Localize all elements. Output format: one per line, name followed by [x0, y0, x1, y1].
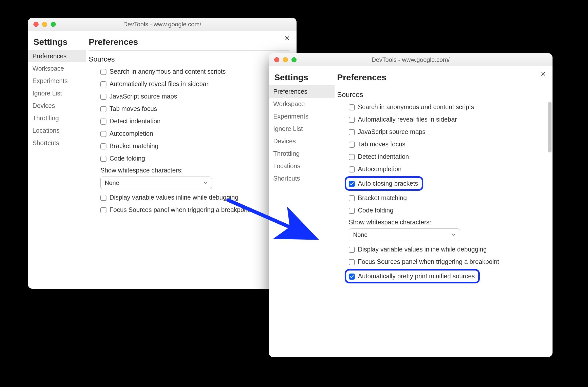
close-window-button[interactable] — [274, 57, 279, 62]
section-heading: Sources — [337, 89, 550, 101]
option-label: Tab moves focus — [109, 105, 157, 112]
scrollbar-thumb[interactable] — [548, 102, 552, 152]
checkbox[interactable] — [100, 131, 106, 137]
sidebar-item-preferences[interactable]: Preferences — [28, 50, 86, 62]
window-traffic-lights — [28, 22, 56, 27]
checkbox[interactable] — [349, 259, 355, 265]
checkbox[interactable] — [349, 166, 355, 172]
checkbox[interactable] — [100, 119, 106, 125]
zoom-window-button[interactable] — [51, 22, 56, 27]
minimize-window-button[interactable] — [283, 57, 288, 62]
option-row: JavaScript source maps — [349, 126, 550, 138]
option-label: Autocompletion — [358, 165, 401, 173]
checkbox[interactable] — [100, 143, 106, 149]
checkbox[interactable] — [349, 181, 355, 187]
option-row: Tab moves focus — [100, 103, 295, 115]
settings-sidebar: Settings PreferencesWorkspaceExperiments… — [28, 31, 86, 289]
settings-sidebar: Settings PreferencesWorkspaceExperiments… — [269, 66, 335, 357]
select-label: Show whitespace characters: — [100, 167, 295, 177]
section-heading: Sources — [89, 54, 295, 65]
checkbox[interactable] — [349, 142, 355, 148]
sidebar-item-locations[interactable]: Locations — [269, 160, 335, 172]
window-titlebar: DevTools - www.google.com/ — [269, 53, 553, 66]
checkbox[interactable] — [349, 195, 355, 201]
settings-main: Preferences Sources Search in anonymous … — [86, 31, 297, 289]
whitespace-select[interactable]: None — [349, 228, 460, 241]
select-row: Show whitespace characters:None — [349, 217, 550, 243]
select-row: Show whitespace characters:None — [100, 165, 295, 191]
sidebar-item-preferences[interactable]: Preferences — [269, 85, 335, 98]
page-title: Preferences — [337, 70, 545, 86]
checkbox[interactable] — [100, 81, 106, 87]
option-label: JavaScript source maps — [358, 128, 426, 136]
devtools-window-after: DevTools - www.google.com/ Settings Pref… — [269, 53, 553, 357]
sidebar-item-devices[interactable]: Devices — [269, 135, 335, 147]
minimize-window-button[interactable] — [42, 22, 47, 27]
select-value: None — [353, 231, 368, 238]
option-label: JavaScript source maps — [109, 93, 177, 100]
option-row: Automatically reveal files in sidebar — [100, 78, 295, 90]
option-row: Detect indentation — [349, 150, 550, 163]
checkbox[interactable] — [100, 94, 106, 100]
sidebar-item-locations[interactable]: Locations — [28, 124, 86, 137]
checkbox[interactable] — [349, 154, 355, 160]
page-title: Preferences — [89, 35, 289, 51]
option-label: Bracket matching — [358, 194, 407, 202]
select-value: None — [105, 179, 119, 186]
option-row: Detect indentation — [100, 115, 295, 127]
option-label: Auto closing brackets — [358, 180, 418, 187]
sidebar-item-workspace[interactable]: Workspace — [28, 62, 86, 75]
option-row: Automatically reveal files in sidebar — [349, 113, 550, 126]
option-label: Code folding — [358, 207, 393, 214]
scrollbar[interactable] — [548, 102, 552, 347]
sidebar-item-experiments[interactable]: Experiments — [269, 110, 335, 123]
option-row: Autocompletion — [349, 163, 550, 175]
option-label: Detect indentation — [109, 118, 161, 125]
close-window-button[interactable] — [33, 22, 39, 27]
option-label: Focus Sources panel when triggering a br… — [358, 258, 499, 265]
option-row: Search in anonymous and content scripts — [349, 101, 550, 113]
sidebar-item-shortcuts[interactable]: Shortcuts — [28, 137, 86, 149]
settings-main: Preferences Sources Search in anonymous … — [335, 66, 553, 357]
checkbox[interactable] — [349, 104, 355, 110]
option-row: Autocompletion — [100, 127, 295, 140]
option-row: Focus Sources panel when triggering a br… — [100, 204, 295, 216]
sidebar-item-devices[interactable]: Devices — [28, 100, 86, 112]
checkbox[interactable] — [349, 208, 355, 214]
option-row: Bracket matching — [100, 140, 295, 152]
option-row: Focus Sources panel when triggering a br… — [349, 256, 550, 268]
sidebar-item-shortcuts[interactable]: Shortcuts — [269, 172, 335, 185]
option-label: Tab moves focus — [358, 141, 406, 148]
checkbox[interactable] — [100, 156, 106, 162]
option-label: Bracket matching — [109, 142, 158, 150]
zoom-window-button[interactable] — [291, 57, 297, 62]
window-titlebar: DevTools - www.google.com/ — [28, 18, 297, 31]
whitespace-select[interactable]: None — [100, 177, 212, 189]
checkbox[interactable] — [349, 117, 355, 123]
checkbox[interactable] — [349, 129, 355, 135]
sidebar-item-throttling[interactable]: Throttling — [28, 112, 86, 124]
devtools-window-before: DevTools - www.google.com/ Settings Pref… — [28, 18, 297, 289]
checkbox[interactable] — [100, 195, 106, 201]
sidebar-item-experiments[interactable]: Experiments — [28, 75, 86, 87]
checkbox[interactable] — [100, 69, 106, 75]
sidebar-item-workspace[interactable]: Workspace — [269, 98, 335, 110]
sidebar-item-throttling[interactable]: Throttling — [269, 147, 335, 160]
checkbox[interactable] — [349, 274, 355, 280]
checkbox[interactable] — [100, 207, 106, 213]
sidebar-item-ignore-list[interactable]: Ignore List — [28, 87, 86, 100]
option-row: Tab moves focus — [349, 138, 550, 150]
option-row: Display variable values inline while deb… — [349, 243, 550, 256]
option-row: Search in anonymous and content scripts — [100, 65, 295, 78]
option-row: Automatically pretty print minified sour… — [349, 268, 550, 284]
checkbox[interactable] — [100, 106, 106, 112]
option-label: Search in anonymous and content scripts — [358, 103, 474, 111]
option-label: Automatically reveal files in sidebar — [358, 116, 457, 123]
option-row: JavaScript source maps — [100, 90, 295, 103]
option-label: Autocompletion — [109, 130, 153, 137]
sidebar-item-ignore-list[interactable]: Ignore List — [269, 123, 335, 135]
option-row: Code folding — [349, 204, 550, 217]
checkbox[interactable] — [349, 247, 355, 253]
option-label: Focus Sources panel when triggering a br… — [109, 206, 251, 214]
option-row: Display variable values inline while deb… — [100, 191, 295, 204]
